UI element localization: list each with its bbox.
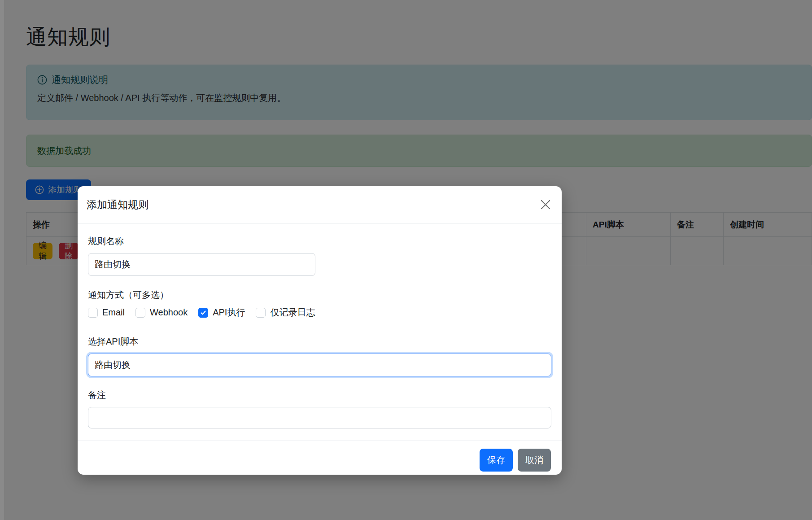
- cancel-button[interactable]: 取消: [518, 449, 551, 472]
- checkbox-webhook[interactable]: Webhook: [135, 307, 188, 318]
- rule-name-label: 规则名称: [88, 235, 551, 247]
- remark-input[interactable]: [88, 407, 551, 428]
- checkbox-email-box: [88, 308, 98, 318]
- api-script-select[interactable]: [88, 354, 551, 376]
- close-button[interactable]: [538, 197, 553, 212]
- checkbox-email[interactable]: Email: [88, 307, 125, 318]
- checkbox-webhook-box: [135, 308, 145, 318]
- add-rule-modal: 添加通知规则 规则名称 通知方式（可多选） Email: [78, 186, 562, 475]
- rule-name-input[interactable]: [88, 253, 315, 276]
- checkbox-email-label: Email: [102, 307, 125, 318]
- notify-methods-group: Email Webhook API执行: [88, 306, 551, 319]
- left-edge-strip: [0, 0, 4, 520]
- checkbox-log-only-label: 仅记录日志: [270, 306, 315, 319]
- modal-body: 规则名称 通知方式（可多选） Email Webhook: [78, 223, 562, 428]
- checkbox-log-only-box: [256, 308, 266, 318]
- checkbox-log-only[interactable]: 仅记录日志: [256, 306, 315, 319]
- modal-header: 添加通知规则: [78, 186, 562, 223]
- api-script-label: 选择API脚本: [88, 336, 551, 348]
- checkbox-webhook-label: Webhook: [150, 307, 188, 318]
- close-icon: [540, 199, 551, 210]
- modal-footer: 保存 取消: [78, 441, 562, 479]
- save-button[interactable]: 保存: [480, 449, 513, 472]
- checkbox-api-exec-box: [198, 308, 208, 318]
- remark-label: 备注: [88, 389, 551, 401]
- checkbox-api-exec[interactable]: API执行: [198, 306, 245, 319]
- modal-title: 添加通知规则: [87, 198, 148, 212]
- checkbox-api-exec-label: API执行: [213, 306, 245, 319]
- screen: 通知规则 通知规则说明 定义邮件 / Webhook / API 执行等动作，可…: [0, 0, 812, 520]
- notify-methods-label: 通知方式（可多选）: [88, 289, 551, 301]
